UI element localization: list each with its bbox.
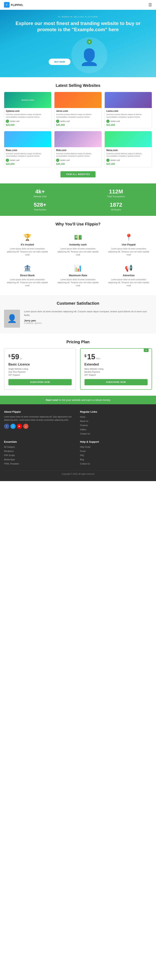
footer-grid: About Flippio Lorem ipsum dolor sit amet…: [4, 410, 152, 436]
website-card-author: J Jarden Leaf: [6, 119, 50, 123]
author-avatar: J: [6, 159, 9, 162]
stat-number: 4k+: [4, 188, 76, 195]
help-link[interactable]: Blog: [80, 458, 84, 461]
satisfaction-title: Customer Satisfaction: [4, 301, 152, 305]
regular-link-item[interactable]: Gallery: [80, 428, 152, 431]
regular-link-item[interactable]: Home: [80, 415, 152, 418]
pricing-price-row: $ 59 /yr: [8, 353, 72, 361]
satisfaction-author-name: Jorry pen: [24, 319, 152, 322]
help-link[interactable]: Help Center: [80, 446, 91, 448]
stat-item: 1872 All Buyers: [80, 202, 152, 211]
hero-person-circle: ♥ 👤: [71, 37, 107, 73]
essentials-link-item[interactable]: Mobile Apps: [4, 458, 76, 461]
latest-selling-section: Latest Selling Websites DESIGN STUDIO Ap…: [0, 77, 156, 183]
essentials-link-item[interactable]: All Category: [4, 445, 76, 448]
stats-grid: 4k+ Website Sold 112M Total Transactions…: [4, 188, 152, 211]
help-title: Help & Support: [80, 440, 152, 443]
stat-number: 1872: [80, 202, 152, 208]
author-avatar: J: [6, 119, 9, 123]
website-card[interactable]: DESIGN STUDIO Aptana.com Inventore eveni…: [4, 92, 51, 128]
website-card-img-label: [77, 138, 79, 140]
pricing-period: /Mon: [96, 358, 100, 360]
website-card-title: Reac.com: [6, 149, 50, 152]
regular-link-item[interactable]: About Us: [80, 420, 152, 423]
website-card-img-label: DESIGN STUDIO: [21, 99, 35, 102]
website-card[interactable]: Nexa.com Inventore eveniet delectus eaqu…: [105, 131, 152, 167]
regular-link[interactable]: Gallery: [80, 428, 86, 431]
help-link-item[interactable]: FAQ: [80, 454, 152, 457]
help-link[interactable]: Forum: [80, 450, 86, 452]
feature-item: 📍 Use Paypal Lorem ipsum dolor sit amet …: [105, 231, 152, 258]
pricing-currency: $: [8, 354, 10, 358]
website-card[interactable]: Reac.com Inventore eveniet delectus eaqu…: [4, 131, 51, 167]
pricing-grid: $ 59 /yr Basic Licence Single Website Li…: [4, 348, 152, 390]
website-card-body: Aptana.com Inventore eveniet delectus ea…: [4, 108, 51, 128]
website-card-body: Reac.com Inventore eveniet delectus eaqu…: [4, 147, 51, 167]
logo-text: FLIPPIO.: [11, 3, 24, 6]
stat-item: 528+ Total Auction: [4, 202, 76, 211]
help-link-item[interactable]: Forum: [80, 450, 152, 452]
regular-link[interactable]: About Us: [80, 420, 88, 422]
regular-link[interactable]: Home: [80, 416, 86, 418]
menu-button[interactable]: ☰: [148, 2, 152, 7]
essentials-link[interactable]: Mobile Apps: [4, 458, 15, 461]
hero-image: ♥ 👤: [71, 37, 107, 73]
hero-title: Explore our most finest and tranding web…: [6, 20, 150, 33]
regular-link-item[interactable]: Contact Us: [80, 432, 152, 435]
essentials-link-item[interactable]: HTML Templates: [4, 462, 76, 465]
help-link-item[interactable]: Contact Us: [80, 462, 152, 465]
essentials-link[interactable]: HTML Templates: [4, 463, 19, 465]
feature-desc: Lorem ipsum dolor sit amet consectetur a…: [6, 247, 49, 256]
website-card-price: $25,000: [6, 162, 50, 165]
help-link[interactable]: FAQ: [80, 454, 84, 457]
website-card[interactable]: Jerox.com Inventore eveniet delectus eaq…: [54, 92, 102, 128]
social-icon-youtube[interactable]: ▶: [17, 424, 22, 429]
footer-copyright: Copyright © 2020, All rights reserved: [4, 470, 152, 475]
subscribe-button[interactable]: SUBSCRIBE NOW: [84, 379, 148, 385]
subscribe-button[interactable]: SUBSCRIBE NOW: [8, 379, 72, 385]
website-card[interactable]: Lemo.com Inventore eveniet delectus eaqu…: [105, 92, 152, 128]
website-card-desc: Inventore eveniet delectus eaque sit dol…: [56, 113, 100, 118]
pricing-name: Extended: [84, 363, 148, 366]
essentials-link-item[interactable]: Wordpress: [4, 450, 76, 452]
regular-link-item[interactable]: Products: [80, 424, 152, 427]
website-card-author: J Jarden Leaf: [56, 159, 100, 162]
essentials-link-item[interactable]: PHP Scripts: [4, 454, 76, 457]
stat-label: Total Transactions: [80, 195, 152, 198]
author-avatar: J: [56, 119, 59, 123]
pricing-feature: Single Website Listing: [8, 368, 72, 370]
logo[interactable]: F FLIPPIO.: [4, 2, 24, 8]
pricing-title: Pricing Plan: [4, 340, 152, 344]
logo-icon: F: [4, 2, 10, 8]
social-icon-google-plus[interactable]: g: [23, 424, 29, 429]
websites-grid: DESIGN STUDIO Aptana.com Inventore eveni…: [4, 92, 152, 167]
website-card-title: Jerox.com: [56, 110, 100, 113]
help-link[interactable]: Contact Us: [80, 463, 90, 465]
buy-now-button[interactable]: BUY NOW: [49, 59, 70, 65]
social-icon-twitter[interactable]: t: [10, 424, 16, 429]
essentials-link[interactable]: Wordpress: [4, 450, 14, 452]
why-section: Why You'll Use Flippio? 🏆 It's trusted L…: [0, 216, 156, 295]
feature-icon: 📢: [107, 264, 150, 272]
help-link-item[interactable]: Help Center: [80, 445, 152, 448]
view-all-websites-button[interactable]: VIEW ALL WEBSITES: [60, 171, 96, 177]
stats-section: 4k+ Website Sold 112M Total Transactions…: [0, 183, 156, 216]
regular-link[interactable]: Products: [80, 424, 88, 426]
feature-item: 🏆 It's trusted Lorem ipsum dolor sit ame…: [4, 231, 51, 258]
footer: About Flippio Lorem ipsum dolor sit amet…: [0, 404, 156, 481]
website-card-body: Jerox.com Inventore eveniet delectus eaq…: [54, 108, 102, 128]
website-card-title: Rob.com: [56, 149, 100, 152]
essentials-link[interactable]: All Category: [4, 446, 15, 448]
website-card-image: [4, 131, 51, 147]
copyright-text: Copyright © 2020, All rights reserved: [62, 473, 94, 475]
essentials-link[interactable]: PHP Scripts: [4, 454, 15, 457]
feature-desc: Lorem ipsum dolor sit amet consectetur a…: [57, 278, 99, 287]
social-icons: ft▶g: [4, 424, 76, 429]
website-card[interactable]: Rob.com Inventore eveniet delectus eaque…: [54, 131, 102, 167]
website-card-img-label: [127, 99, 129, 101]
social-icon-facebook[interactable]: f: [4, 424, 9, 429]
help-link-item[interactable]: Blog: [80, 458, 152, 461]
regular-link[interactable]: Contact Us: [80, 433, 90, 435]
help-links-list: Help CenterForumFAQBlogContact Us: [80, 445, 152, 465]
pricing-price-row: $ 15 /Mon: [84, 353, 148, 361]
